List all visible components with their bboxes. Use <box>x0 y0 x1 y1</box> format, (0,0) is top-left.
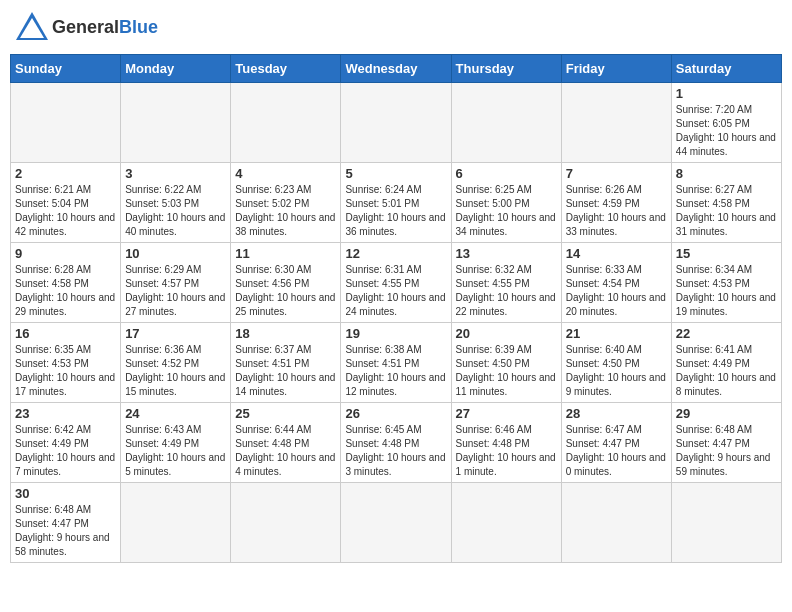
day-info: Sunrise: 6:25 AMSunset: 5:00 PMDaylight:… <box>456 183 557 239</box>
day-cell: 14Sunrise: 6:33 AMSunset: 4:54 PMDayligh… <box>561 243 671 323</box>
day-info: Sunrise: 6:31 AMSunset: 4:55 PMDaylight:… <box>345 263 446 319</box>
day-number: 5 <box>345 166 446 181</box>
day-info: Sunrise: 6:43 AMSunset: 4:49 PMDaylight:… <box>125 423 226 479</box>
day-cell: 12Sunrise: 6:31 AMSunset: 4:55 PMDayligh… <box>341 243 451 323</box>
day-cell <box>121 483 231 563</box>
day-info: Sunrise: 6:34 AMSunset: 4:53 PMDaylight:… <box>676 263 777 319</box>
day-info: Sunrise: 6:48 AMSunset: 4:47 PMDaylight:… <box>15 503 116 559</box>
day-number: 7 <box>566 166 667 181</box>
day-number: 16 <box>15 326 116 341</box>
day-number: 27 <box>456 406 557 421</box>
day-cell: 5Sunrise: 6:24 AMSunset: 5:01 PMDaylight… <box>341 163 451 243</box>
day-cell: 27Sunrise: 6:46 AMSunset: 4:48 PMDayligh… <box>451 403 561 483</box>
day-info: Sunrise: 6:39 AMSunset: 4:50 PMDaylight:… <box>456 343 557 399</box>
day-info: Sunrise: 6:42 AMSunset: 4:49 PMDaylight:… <box>15 423 116 479</box>
day-info: Sunrise: 6:36 AMSunset: 4:52 PMDaylight:… <box>125 343 226 399</box>
day-info: Sunrise: 6:46 AMSunset: 4:48 PMDaylight:… <box>456 423 557 479</box>
logo-text: GeneralBlue <box>52 18 158 38</box>
day-cell <box>231 483 341 563</box>
day-info: Sunrise: 6:38 AMSunset: 4:51 PMDaylight:… <box>345 343 446 399</box>
day-cell <box>561 83 671 163</box>
day-info: Sunrise: 6:23 AMSunset: 5:02 PMDaylight:… <box>235 183 336 239</box>
day-cell: 3Sunrise: 6:22 AMSunset: 5:03 PMDaylight… <box>121 163 231 243</box>
day-info: Sunrise: 6:37 AMSunset: 4:51 PMDaylight:… <box>235 343 336 399</box>
day-cell <box>341 83 451 163</box>
week-row-3: 16Sunrise: 6:35 AMSunset: 4:53 PMDayligh… <box>11 323 782 403</box>
day-header-wednesday: Wednesday <box>341 55 451 83</box>
day-cell: 18Sunrise: 6:37 AMSunset: 4:51 PMDayligh… <box>231 323 341 403</box>
day-cell: 23Sunrise: 6:42 AMSunset: 4:49 PMDayligh… <box>11 403 121 483</box>
day-number: 10 <box>125 246 226 261</box>
day-number: 22 <box>676 326 777 341</box>
days-header-row: SundayMondayTuesdayWednesdayThursdayFrid… <box>11 55 782 83</box>
day-number: 9 <box>15 246 116 261</box>
day-number: 12 <box>345 246 446 261</box>
day-info: Sunrise: 6:47 AMSunset: 4:47 PMDaylight:… <box>566 423 667 479</box>
day-number: 6 <box>456 166 557 181</box>
day-number: 4 <box>235 166 336 181</box>
day-number: 14 <box>566 246 667 261</box>
day-header-saturday: Saturday <box>671 55 781 83</box>
day-info: Sunrise: 6:45 AMSunset: 4:48 PMDaylight:… <box>345 423 446 479</box>
header: GeneralBlue <box>10 10 782 46</box>
day-header-sunday: Sunday <box>11 55 121 83</box>
day-number: 17 <box>125 326 226 341</box>
day-cell: 10Sunrise: 6:29 AMSunset: 4:57 PMDayligh… <box>121 243 231 323</box>
day-number: 24 <box>125 406 226 421</box>
day-number: 19 <box>345 326 446 341</box>
day-number: 1 <box>676 86 777 101</box>
day-cell: 7Sunrise: 6:26 AMSunset: 4:59 PMDaylight… <box>561 163 671 243</box>
day-number: 25 <box>235 406 336 421</box>
day-cell <box>451 83 561 163</box>
day-cell <box>121 83 231 163</box>
day-cell: 19Sunrise: 6:38 AMSunset: 4:51 PMDayligh… <box>341 323 451 403</box>
day-number: 2 <box>15 166 116 181</box>
day-number: 11 <box>235 246 336 261</box>
day-cell: 16Sunrise: 6:35 AMSunset: 4:53 PMDayligh… <box>11 323 121 403</box>
day-number: 15 <box>676 246 777 261</box>
day-number: 20 <box>456 326 557 341</box>
day-number: 30 <box>15 486 116 501</box>
day-info: Sunrise: 6:48 AMSunset: 4:47 PMDaylight:… <box>676 423 777 479</box>
day-cell: 9Sunrise: 6:28 AMSunset: 4:58 PMDaylight… <box>11 243 121 323</box>
day-cell: 6Sunrise: 6:25 AMSunset: 5:00 PMDaylight… <box>451 163 561 243</box>
day-header-tuesday: Tuesday <box>231 55 341 83</box>
day-cell: 21Sunrise: 6:40 AMSunset: 4:50 PMDayligh… <box>561 323 671 403</box>
week-row-2: 9Sunrise: 6:28 AMSunset: 4:58 PMDaylight… <box>11 243 782 323</box>
day-info: Sunrise: 6:21 AMSunset: 5:04 PMDaylight:… <box>15 183 116 239</box>
day-info: Sunrise: 7:20 AMSunset: 6:05 PMDaylight:… <box>676 103 777 159</box>
week-row-1: 2Sunrise: 6:21 AMSunset: 5:04 PMDaylight… <box>11 163 782 243</box>
day-cell: 17Sunrise: 6:36 AMSunset: 4:52 PMDayligh… <box>121 323 231 403</box>
logo: GeneralBlue <box>14 10 158 46</box>
day-info: Sunrise: 6:41 AMSunset: 4:49 PMDaylight:… <box>676 343 777 399</box>
day-info: Sunrise: 6:28 AMSunset: 4:58 PMDaylight:… <box>15 263 116 319</box>
day-number: 8 <box>676 166 777 181</box>
day-info: Sunrise: 6:33 AMSunset: 4:54 PMDaylight:… <box>566 263 667 319</box>
day-header-thursday: Thursday <box>451 55 561 83</box>
day-cell: 11Sunrise: 6:30 AMSunset: 4:56 PMDayligh… <box>231 243 341 323</box>
day-cell <box>671 483 781 563</box>
logo-icon <box>14 10 50 46</box>
day-number: 28 <box>566 406 667 421</box>
day-number: 18 <box>235 326 336 341</box>
day-info: Sunrise: 6:24 AMSunset: 5:01 PMDaylight:… <box>345 183 446 239</box>
day-cell <box>231 83 341 163</box>
day-cell: 8Sunrise: 6:27 AMSunset: 4:58 PMDaylight… <box>671 163 781 243</box>
day-info: Sunrise: 6:27 AMSunset: 4:58 PMDaylight:… <box>676 183 777 239</box>
day-cell <box>11 83 121 163</box>
day-cell: 2Sunrise: 6:21 AMSunset: 5:04 PMDaylight… <box>11 163 121 243</box>
day-number: 23 <box>15 406 116 421</box>
week-row-4: 23Sunrise: 6:42 AMSunset: 4:49 PMDayligh… <box>11 403 782 483</box>
day-cell: 13Sunrise: 6:32 AMSunset: 4:55 PMDayligh… <box>451 243 561 323</box>
day-cell <box>341 483 451 563</box>
day-info: Sunrise: 6:44 AMSunset: 4:48 PMDaylight:… <box>235 423 336 479</box>
day-cell: 30Sunrise: 6:48 AMSunset: 4:47 PMDayligh… <box>11 483 121 563</box>
day-cell: 26Sunrise: 6:45 AMSunset: 4:48 PMDayligh… <box>341 403 451 483</box>
week-row-5: 30Sunrise: 6:48 AMSunset: 4:47 PMDayligh… <box>11 483 782 563</box>
calendar: SundayMondayTuesdayWednesdayThursdayFrid… <box>10 54 782 563</box>
day-cell: 20Sunrise: 6:39 AMSunset: 4:50 PMDayligh… <box>451 323 561 403</box>
day-cell: 28Sunrise: 6:47 AMSunset: 4:47 PMDayligh… <box>561 403 671 483</box>
day-header-monday: Monday <box>121 55 231 83</box>
day-cell: 24Sunrise: 6:43 AMSunset: 4:49 PMDayligh… <box>121 403 231 483</box>
day-header-friday: Friday <box>561 55 671 83</box>
